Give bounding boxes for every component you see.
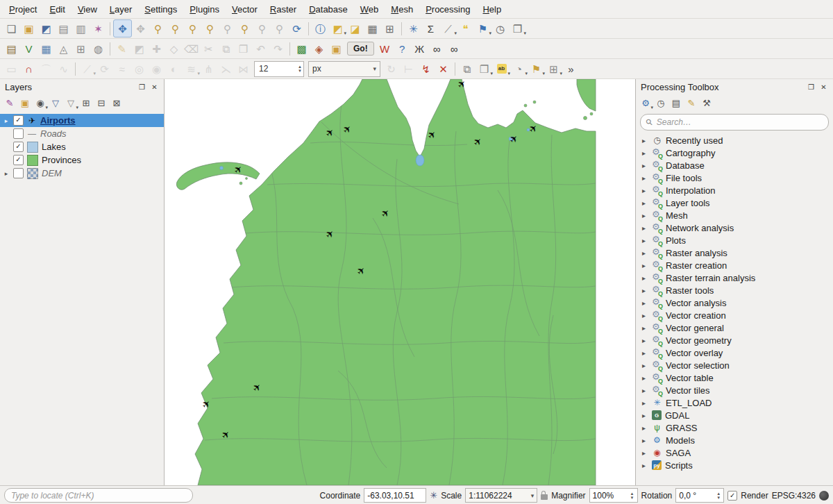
toolbox-group-network-analysis[interactable]: ▸⚙QNetwork analysis xyxy=(636,221,833,234)
expand-arrow[interactable]: ▸ xyxy=(642,437,648,444)
open-project-icon[interactable]: ▣ xyxy=(20,20,37,37)
toolbox-group-models[interactable]: ▸⚙Models xyxy=(636,434,833,446)
bug-plugin-icon[interactable]: Ж xyxy=(411,40,428,57)
toolbox-group-database[interactable]: ▸⚙QDatabase xyxy=(636,159,833,171)
expand-arrow[interactable]: ▸ xyxy=(642,162,648,169)
expand-arrow[interactable]: ▸ xyxy=(642,199,648,207)
toolbar-overflow-chevron[interactable]: » xyxy=(562,60,580,77)
locate-input[interactable]: Type to locate (Ctrl+K) xyxy=(4,488,193,503)
expand-arrow[interactable]: ▸ xyxy=(642,224,648,232)
toolbox-group-raster-terrain-analysis[interactable]: ▸⚙QRaster terrain analysis xyxy=(636,271,833,284)
spin-arrows[interactable]: ▲▼ xyxy=(630,492,634,500)
field-calculator-icon[interactable]: ⊞ xyxy=(381,20,398,37)
layers-undock-icon[interactable]: ❐ xyxy=(137,83,146,92)
edit-in-place-icon[interactable]: ✎ xyxy=(684,96,699,111)
expand-arrow[interactable]: ▸ xyxy=(642,412,648,419)
pin-labels-icon[interactable]: ⚑▾ xyxy=(528,60,545,77)
toolbox-group-vector-tiles[interactable]: ▸⚙QVector tiles xyxy=(636,384,833,396)
expand-all-icon[interactable]: ⊞ xyxy=(78,96,94,111)
pan-to-selection-icon[interactable]: ✥ xyxy=(132,20,149,37)
measure-icon[interactable]: ⟋▾ xyxy=(439,20,457,37)
layer-item-dem[interactable]: ▸DEM xyxy=(0,167,164,180)
crs-status[interactable]: EPSG:4326 xyxy=(772,491,816,501)
delete-selected-icon[interactable]: ⌫ xyxy=(183,40,200,57)
rotate-point-symbols-icon[interactable]: ↻ xyxy=(382,60,400,77)
expand-arrow[interactable]: ▸ xyxy=(642,424,648,432)
identify-features-icon[interactable]: ⓘ xyxy=(312,20,329,37)
toolbox-group-file-tools[interactable]: ▸⚙QFile tools xyxy=(636,171,833,184)
expand-arrow[interactable]: ▸ xyxy=(642,324,648,332)
statistics-icon[interactable]: Σ xyxy=(422,20,439,37)
toolbox-group-gdal[interactable]: ▸GGDAL xyxy=(636,409,833,421)
georeferencer-icon[interactable]: ◈ xyxy=(310,40,328,57)
glasses-plugin-icon-2[interactable]: ∞ xyxy=(446,40,463,57)
layer-item-airports[interactable]: ▸✓✈Airports xyxy=(0,114,164,127)
menu-processing[interactable]: Processing xyxy=(419,1,476,17)
scale-combo[interactable]: 1:11062224 ▾ xyxy=(465,488,537,503)
add-delimited-text-icon[interactable]: ⊞ xyxy=(72,40,90,57)
offset-spin[interactable]: 12▲▼ xyxy=(254,61,304,77)
toolbox-group-vector-analysis[interactable]: ▸⚙QVector analysis xyxy=(636,296,833,309)
zoom-full-icon[interactable]: ⚲ xyxy=(201,20,219,37)
menu-view[interactable]: View xyxy=(71,1,103,17)
toggle-editing-icon[interactable]: ✎ xyxy=(113,40,131,57)
toolbox-group-raster-tools[interactable]: ▸⚙QRaster tools xyxy=(636,284,833,296)
toolbox-group-scripts[interactable]: ▸pyScripts xyxy=(636,459,833,471)
layer-checkbox[interactable] xyxy=(13,168,24,178)
extents-toggle-icon[interactable]: ✳ xyxy=(430,490,437,501)
toolbox-group-vector-table[interactable]: ▸⚙QVector table xyxy=(636,371,833,384)
plugin-grid-icon[interactable]: ▩ xyxy=(293,40,310,57)
filter-legend-icon[interactable]: ▽ xyxy=(48,96,63,111)
expand-arrow[interactable]: ▸ xyxy=(642,312,648,319)
snapping-toggle-icon[interactable]: ∩ xyxy=(20,60,37,77)
show-hidden-markers-icon[interactable]: ▭ xyxy=(3,60,20,77)
add-part-icon[interactable]: ◉ xyxy=(148,60,165,77)
menu-edit[interactable]: Edit xyxy=(43,1,71,17)
redo-icon[interactable]: ↷ xyxy=(269,40,287,57)
temporal-controller-icon[interactable]: ◷ xyxy=(491,20,509,37)
help-plugin-icon[interactable]: ? xyxy=(394,40,411,57)
menu-raster[interactable]: Raster xyxy=(264,1,303,17)
expand-arrow[interactable]: ▸ xyxy=(642,262,648,269)
zoom-next-icon[interactable]: ⚲ xyxy=(271,20,288,37)
copy-style-icon[interactable]: ⧉ xyxy=(458,60,476,77)
remove-layer-icon[interactable]: ⊠ xyxy=(109,96,124,111)
spin-arrows[interactable]: ▲▼ xyxy=(716,492,721,500)
refresh-map-icon[interactable]: ⟳ xyxy=(288,20,305,37)
add-mesh-layer-icon[interactable]: ◬ xyxy=(55,40,72,57)
collapse-all-icon[interactable]: ⊟ xyxy=(94,96,109,111)
history-icon[interactable]: ◷ xyxy=(653,96,668,111)
toolbox-group-vector-geometry[interactable]: ▸⚙QVector geometry xyxy=(636,334,833,346)
undo-icon[interactable]: ↶ xyxy=(252,40,269,57)
layer-diagram-icon[interactable]: ◔▾ xyxy=(510,60,528,77)
layer-checkbox[interactable]: ✓ xyxy=(13,142,24,152)
deselect-features-icon[interactable]: ◪ xyxy=(346,20,364,37)
menu-layer[interactable]: Layer xyxy=(103,1,139,17)
new-bookmark-icon[interactable]: ⚑▾ xyxy=(474,20,491,37)
expand-arrow[interactable]: ▸ xyxy=(642,237,648,244)
add-feature-icon[interactable]: ✚ xyxy=(148,40,165,57)
add-raster-layer-icon[interactable]: ▦ xyxy=(37,40,55,57)
paste-features-icon[interactable]: ❐ xyxy=(235,40,252,57)
menu-web[interactable]: Web xyxy=(354,1,385,17)
add-vector-layer-icon[interactable]: V xyxy=(20,40,37,57)
toolbox-group-mesh[interactable]: ▸⚙QMesh xyxy=(636,209,833,221)
expand-arrow[interactable]: ▸ xyxy=(642,462,648,469)
toolbox-group-etl-load[interactable]: ▸✳ETL_LOAD xyxy=(636,396,833,409)
zoom-native-icon[interactable]: ⚲ xyxy=(184,20,201,37)
toolbox-group-raster-creation[interactable]: ▸⚙QRaster creation xyxy=(636,259,833,271)
rotation-spinbox[interactable]: 0,0 ° ▲▼ xyxy=(675,488,724,503)
options-icon[interactable]: ⚒ xyxy=(699,96,714,111)
expand-arrow[interactable]: ▸ xyxy=(642,212,648,219)
models-menu-icon[interactable]: ⚙▾ xyxy=(638,96,653,111)
expand-arrow[interactable]: ▸ xyxy=(642,137,648,144)
filter-expression-icon[interactable]: ▽▾ xyxy=(63,96,78,111)
magnifier-spinbox[interactable]: 100% ▲▼ xyxy=(589,488,638,503)
menu-settings[interactable]: Settings xyxy=(138,1,183,17)
add-ring-icon[interactable]: ◎ xyxy=(131,60,148,77)
expand-arrow[interactable]: ▸ xyxy=(642,449,648,457)
menu-mesh[interactable]: Mesh xyxy=(385,1,419,17)
expand-arrow[interactable]: ▸ xyxy=(642,274,648,282)
map-tips-icon[interactable]: ❝ xyxy=(457,20,474,37)
zoom-in-icon[interactable]: ⚲ xyxy=(149,20,167,37)
